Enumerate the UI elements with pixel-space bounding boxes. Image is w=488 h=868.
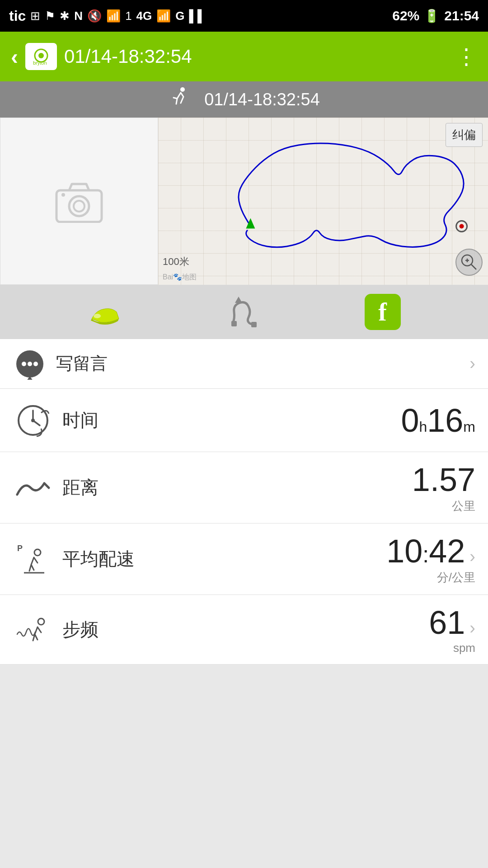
cadence-icon	[13, 609, 53, 650]
svg-point-6	[74, 201, 84, 212]
comment-row[interactable]: 写留言 ›	[0, 339, 488, 389]
stat-distance-row: 距离 1.57 公里	[0, 452, 488, 524]
svg-point-1	[38, 53, 44, 58]
svg-text:P: P	[17, 544, 23, 553]
svg-point-19	[33, 362, 38, 366]
route-canvas	[158, 118, 488, 285]
4g-label: 4G	[136, 9, 152, 23]
svg-text:bryton: bryton	[33, 60, 47, 66]
svg-point-7	[61, 193, 65, 197]
cadence-value: 61	[429, 604, 465, 641]
screenshot-icon: ⊞	[30, 9, 40, 23]
header-menu-button[interactable]: ⋮	[455, 44, 477, 69]
distance-label: 距离	[62, 475, 412, 500]
map-zoom-button[interactable]	[455, 249, 483, 276]
svg-point-3	[180, 87, 185, 92]
share-facebook-button[interactable]: f	[365, 294, 401, 330]
baidu-watermark: Bai🐾地图	[163, 273, 197, 282]
time-min-unit: m	[463, 419, 475, 435]
pace-colon: :	[422, 542, 429, 568]
wifi-icon: 📶	[106, 9, 121, 23]
n-icon: N	[74, 9, 83, 23]
pace-label: 平均配速	[62, 547, 386, 571]
comment-icon	[13, 347, 47, 381]
svg-line-23	[33, 420, 40, 425]
pace-unit: 分/公里	[437, 570, 475, 585]
share-route-button[interactable]	[226, 294, 262, 330]
svg-point-17	[22, 362, 26, 366]
time-min-value: 16	[427, 402, 463, 439]
bryton-logo[interactable]: bryton	[25, 43, 57, 70]
stat-cadence-row: 步频 61 › spm	[0, 595, 488, 665]
svg-marker-15	[235, 297, 242, 303]
distance-unit: 公里	[452, 498, 475, 514]
map-scale-label: 100米	[163, 255, 189, 269]
flag-icon: ⚑	[45, 9, 55, 23]
header-title: 01/14-18:32:54	[64, 46, 192, 67]
time-label: 时间	[62, 408, 401, 433]
time-icon	[13, 400, 53, 441]
pace-sec-value: 42	[429, 533, 465, 570]
svg-point-27	[38, 618, 44, 625]
cadence-chevron: ›	[469, 618, 475, 638]
activity-title: 01/14-18:32:54	[204, 90, 320, 109]
media-section: 纠偏 100米 Bai🐾地图	[0, 118, 488, 285]
clock: 21:54	[444, 8, 479, 24]
correct-map-button[interactable]: 纠偏	[446, 123, 483, 147]
svg-point-18	[28, 362, 32, 366]
status-bar: tic ⊞ ⚑ ✱ N 🔇 📶 1 4G 📶 G ▌▌ 62% 🔋 21:54	[0, 0, 488, 32]
pace-icon: P	[13, 539, 53, 580]
pace-chevron: ›	[469, 547, 475, 566]
svg-point-25	[34, 549, 41, 556]
app-name-label: tic	[9, 8, 26, 24]
svg-rect-14	[251, 322, 257, 327]
signal-bars-icon: 📶	[156, 9, 171, 23]
app-header: ‹ bryton 01/14-18:32:54 ⋮	[0, 32, 488, 81]
cadence-unit: spm	[453, 641, 475, 655]
signal-bars2-icon: ▌▌	[189, 9, 206, 23]
camera-icon	[52, 178, 106, 225]
svg-point-5	[69, 196, 89, 216]
stat-pace-row: P 平均配速 10 : 42 › 分/公里	[0, 524, 488, 595]
share-shoe-button[interactable]	[87, 296, 123, 328]
running-icon	[168, 86, 191, 113]
time-hour-unit: h	[419, 419, 427, 435]
svg-line-11	[471, 264, 476, 269]
comment-chevron: ›	[469, 354, 475, 373]
distance-value: 1.57	[412, 461, 475, 498]
time-hour-value: 0	[401, 402, 419, 439]
svg-point-12	[94, 314, 101, 318]
back-button[interactable]: ‹	[11, 44, 18, 69]
share-row: f	[0, 285, 488, 339]
bluetooth-icon: ✱	[60, 9, 70, 23]
map-area[interactable]: 纠偏 100米 Bai🐾地图	[158, 118, 488, 285]
g-label: G	[175, 9, 184, 23]
svg-rect-13	[231, 321, 237, 326]
cadence-label: 步频	[62, 617, 429, 642]
activity-bar: 01/14-18:32:54	[0, 81, 488, 118]
distance-icon	[13, 467, 53, 508]
battery-pct: 62%	[392, 8, 419, 24]
photo-placeholder[interactable]	[0, 118, 158, 285]
pace-min-value: 10	[386, 533, 422, 570]
mute-icon: 🔇	[87, 9, 102, 23]
facebook-f-label: f	[378, 297, 387, 326]
sim1-icon: 1	[125, 9, 131, 23]
battery-icon: 🔋	[424, 9, 440, 24]
comment-label: 写留言	[56, 352, 469, 375]
stat-time-row: 时间 0 h 16 m	[0, 389, 488, 452]
